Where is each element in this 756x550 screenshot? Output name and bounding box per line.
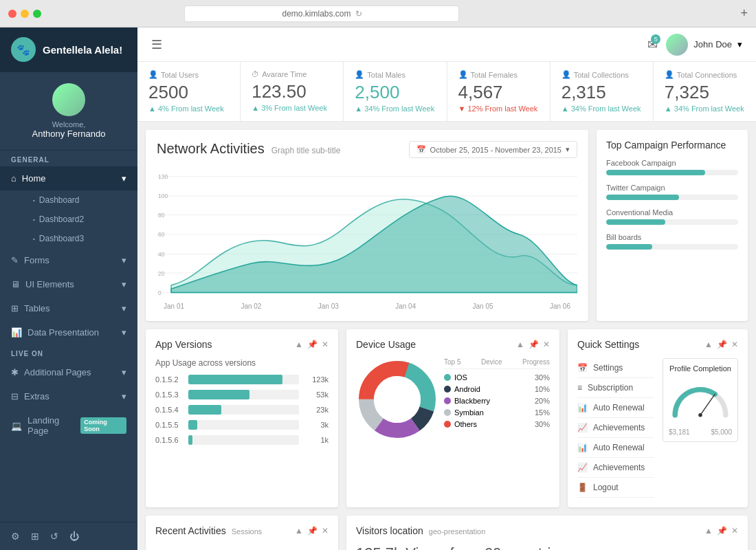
connections-icon: 👤 <box>665 70 674 79</box>
avg-time-value: 123.50 <box>252 81 332 102</box>
recent-activities-header: Recent Activities Sessions ▲ 📌 ✕ <box>155 525 329 536</box>
subscription-qs-icon: ≡ <box>577 383 582 393</box>
sidebar-item-tables[interactable]: ⊞ Tables ▾ <box>0 296 137 320</box>
twitter-bar <box>606 195 679 200</box>
col-progress: Progress <box>522 358 550 366</box>
conventional-bar <box>606 219 665 225</box>
home-icon: ⌂ <box>11 173 16 184</box>
collections-value: 2,315 <box>562 82 642 103</box>
landing-icon: 💻 <box>11 421 22 431</box>
reload-icon[interactable]: ↻ <box>355 9 362 19</box>
legend-others: Others 30% <box>444 420 550 428</box>
android-dot <box>444 386 451 393</box>
col-top5: Top 5 <box>444 358 460 366</box>
du-pin-btn[interactable]: 📌 <box>529 340 539 349</box>
dot-yellow[interactable] <box>21 10 29 18</box>
settings-footer-icon[interactable]: ⚙ <box>11 531 20 542</box>
gauge-labels: $3,181 $5,000 <box>669 428 732 436</box>
females-change: ▼ 12% From last Week <box>458 104 539 113</box>
qs-pin-btn[interactable]: 📌 <box>717 340 727 349</box>
logo-icon: 🐾 <box>11 37 36 62</box>
user-menu[interactable]: John Doe ▾ <box>666 34 742 56</box>
svg-text:0: 0 <box>158 289 162 296</box>
sidebar-item-landing-page[interactable]: 💻 Landing Page Coming Soon <box>0 408 137 443</box>
achievements-qs-icon: 📈 <box>577 423 588 432</box>
sidebar-item-dashboard2[interactable]: Dashboard2 <box>22 210 137 229</box>
ra-pin-btn[interactable]: 📌 <box>307 526 318 536</box>
qs-item-achievements-1[interactable]: 📈Achievements <box>577 418 654 438</box>
add-tab-button[interactable]: + <box>740 6 748 21</box>
qs-close-btn[interactable]: ✕ <box>731 340 738 349</box>
app-versions-title: App Versions <box>155 339 212 350</box>
blackberry-dot <box>444 397 451 404</box>
vl-pin-btn[interactable]: 📌 <box>717 526 727 536</box>
stat-total-females: 👤Total Females 4,567 ▼ 12% From last Wee… <box>447 62 551 121</box>
ra-collapse-btn[interactable]: ▲ <box>295 526 303 536</box>
header-right: ✉ 5 John Doe ▾ <box>647 34 742 56</box>
campaign-item-billboards: Bill boards <box>606 233 738 250</box>
live-on-label: LIVE ON <box>0 350 137 360</box>
svg-point-21 <box>698 413 702 417</box>
bar-row-0156: 0.1.5.6 1k <box>155 435 329 445</box>
grid-footer-icon[interactable]: ⊞ <box>31 531 39 542</box>
dot-green[interactable] <box>33 10 41 18</box>
vl-close-btn[interactable]: ✕ <box>731 526 738 536</box>
visitors-subtitle: geo-presentation <box>429 527 486 536</box>
gauge-max: $5,000 <box>711 428 732 436</box>
av-pin-btn[interactable]: 📌 <box>307 340 318 349</box>
power-footer-icon[interactable]: ⏻ <box>69 531 79 542</box>
qs-item-auto-renewal-2[interactable]: 📊Auto Renewal <box>577 438 654 458</box>
avg-time-change: ▲ 3% From last Week <box>252 104 332 112</box>
sidebar-logo: 🐾 Gentellela Alela! <box>0 28 137 72</box>
app-versions-panel: App Versions ▲ 📌 ✕ App Usage across vers… <box>146 329 338 507</box>
du-close-btn[interactable]: ✕ <box>543 340 550 349</box>
sidebar-item-forms[interactable]: ✎ Forms ▾ <box>0 248 137 272</box>
date-picker[interactable]: 📅 October 25, 2015 - November 23, 2015 ▾ <box>409 141 577 158</box>
first-dashboard-row: Network Activities Graph title sub-title… <box>137 122 756 329</box>
activity-item-0: Who Needs Sundance When You've Got Crowd… <box>155 544 329 550</box>
device-usage-content: Top 5 Device Progress IOS 30% Android 10… <box>356 358 550 441</box>
visitors-header: Visitors location geo-presentation ▲ 📌 ✕ <box>356 525 738 536</box>
sidebar-item-ui-elements[interactable]: 🖥 UI Elements ▾ <box>0 272 137 296</box>
refresh-footer-icon[interactable]: ↺ <box>50 531 58 542</box>
ios-pct: 30% <box>535 373 550 382</box>
av-close-btn[interactable]: ✕ <box>322 340 329 349</box>
sidebar-item-dashboard[interactable]: Dashboard <box>22 190 137 210</box>
date-arrow: ▾ <box>566 145 570 154</box>
tables-icon: ⊞ <box>11 303 19 314</box>
sidebar-item-dashboard3[interactable]: Dashboard3 <box>22 229 137 248</box>
coming-soon-badge: Coming Soon <box>80 417 126 434</box>
qs-item-settings[interactable]: 📅Settings <box>577 358 654 378</box>
data-icon: 📊 <box>11 327 22 338</box>
dot-red[interactable] <box>8 10 16 18</box>
sidebar-item-data-presentation[interactable]: 📊 Data Presentation ▾ <box>0 320 137 344</box>
ra-close-btn[interactable]: ✕ <box>322 526 329 536</box>
hamburger-button[interactable]: ☰ <box>151 37 162 52</box>
qs-item-auto-renewal-1[interactable]: 📊Auto Renewal <box>577 398 654 418</box>
qs-item-subscription[interactable]: ≡Subscription <box>577 378 654 398</box>
device-usage-header: Device Usage ▲ 📌 ✕ <box>356 339 550 350</box>
logout-qs-icon: 🚪 <box>577 483 588 492</box>
qs-item-achievements-2[interactable]: 📈Achievements <box>577 458 654 478</box>
network-header: Network Activities Graph title sub-title <box>157 141 340 157</box>
url-text: demo.kimlabs.com <box>282 9 351 19</box>
vl-collapse-btn[interactable]: ▲ <box>704 526 713 536</box>
network-activities-panel: Network Activities Graph title sub-title… <box>146 130 588 321</box>
second-dashboard-row: App Versions ▲ 📌 ✕ App Usage across vers… <box>137 329 756 516</box>
sidebar-item-additional-pages[interactable]: ✱ Additional Pages ▾ <box>0 360 137 384</box>
gauge-svg <box>669 377 732 425</box>
stat-total-collections: 👤Total Collections 2,315 ▲ 34% From last… <box>551 62 654 121</box>
qs-collapse-btn[interactable]: ▲ <box>704 340 713 349</box>
app-versions-header: App Versions ▲ 📌 ✕ <box>155 339 329 350</box>
svg-text:60: 60 <box>158 231 165 238</box>
sidebar-item-extras[interactable]: ⊟ Extras ▾ <box>0 384 137 408</box>
notification-bell[interactable]: ✉ 5 <box>647 37 658 52</box>
av-collapse-btn[interactable]: ▲ <box>295 340 303 349</box>
qs-item-logout[interactable]: 🚪Logout <box>577 478 654 498</box>
legend-ios: IOS 30% <box>444 373 550 382</box>
bar-fill-0152 <box>188 375 282 384</box>
svg-point-19 <box>374 376 421 423</box>
sidebar-item-home[interactable]: ⌂ Home ▾ <box>0 166 137 190</box>
du-collapse-btn[interactable]: ▲ <box>516 340 524 349</box>
browser-url[interactable]: demo.kimlabs.com ↻ <box>184 6 459 22</box>
